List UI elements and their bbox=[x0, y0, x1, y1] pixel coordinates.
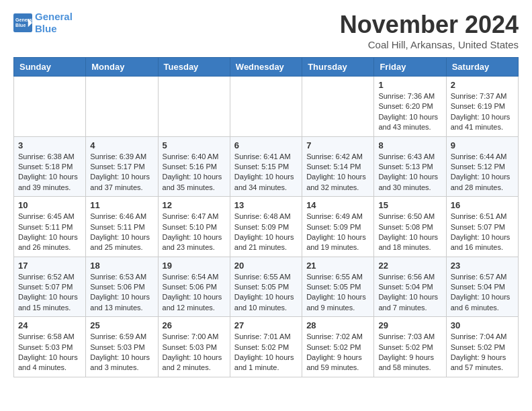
day-info: Sunrise: 6:55 AM Sunset: 5:05 PM Dayligh… bbox=[234, 272, 298, 314]
day-info: Sunrise: 6:41 AM Sunset: 5:15 PM Dayligh… bbox=[234, 152, 298, 193]
day-number: 9 bbox=[451, 140, 514, 150]
page-header: General Blue General Blue November 2024 … bbox=[13, 11, 519, 50]
day-info: Sunrise: 7:00 AM Sunset: 5:03 PM Dayligh… bbox=[163, 332, 226, 373]
calendar-week-row: 1Sunrise: 7:36 AM Sunset: 6:20 PM Daylig… bbox=[14, 77, 519, 137]
calendar-cell: 11Sunrise: 6:46 AM Sunset: 5:11 PM Dayli… bbox=[86, 197, 158, 257]
calendar-cell: 2Sunrise: 7:37 AM Sunset: 6:19 PM Daylig… bbox=[446, 77, 518, 137]
title-area: November 2024 Coal Hill, Arkansas, Unite… bbox=[340, 11, 519, 50]
calendar-cell: 16Sunrise: 6:51 AM Sunset: 5:07 PM Dayli… bbox=[446, 197, 518, 257]
day-number: 10 bbox=[18, 200, 81, 210]
calendar-cell: 25Sunrise: 6:59 AM Sunset: 5:03 PM Dayli… bbox=[86, 317, 158, 377]
calendar-cell: 14Sunrise: 6:49 AM Sunset: 5:09 PM Dayli… bbox=[302, 197, 374, 257]
calendar-cell: 12Sunrise: 6:47 AM Sunset: 5:10 PM Dayli… bbox=[158, 197, 230, 257]
calendar-cell: 6Sunrise: 6:41 AM Sunset: 5:15 PM Daylig… bbox=[230, 136, 302, 197]
weekday-header: Sunday bbox=[14, 58, 86, 77]
calendar-week-row: 10Sunrise: 6:45 AM Sunset: 5:11 PM Dayli… bbox=[14, 197, 519, 257]
day-number: 19 bbox=[163, 261, 226, 271]
calendar-cell bbox=[302, 77, 374, 137]
day-number: 24 bbox=[18, 320, 81, 330]
day-info: Sunrise: 6:59 AM Sunset: 5:03 PM Dayligh… bbox=[90, 332, 153, 373]
calendar-table: SundayMondayTuesdayWednesdayThursdayFrid… bbox=[13, 57, 519, 377]
calendar-cell: 1Sunrise: 7:36 AM Sunset: 6:20 PM Daylig… bbox=[374, 77, 446, 137]
day-number: 15 bbox=[378, 200, 441, 210]
day-number: 11 bbox=[90, 200, 153, 210]
day-number: 27 bbox=[234, 320, 298, 330]
day-info: Sunrise: 6:58 AM Sunset: 5:03 PM Dayligh… bbox=[18, 332, 81, 373]
logo-icon: General Blue bbox=[13, 13, 32, 32]
day-info: Sunrise: 6:55 AM Sunset: 5:05 PM Dayligh… bbox=[306, 272, 369, 314]
day-number: 12 bbox=[163, 200, 226, 210]
calendar-cell: 5Sunrise: 6:40 AM Sunset: 5:16 PM Daylig… bbox=[158, 136, 230, 197]
calendar-cell: 20Sunrise: 6:55 AM Sunset: 5:05 PM Dayli… bbox=[230, 257, 302, 317]
day-info: Sunrise: 6:54 AM Sunset: 5:06 PM Dayligh… bbox=[163, 272, 226, 314]
weekday-header: Thursday bbox=[302, 58, 374, 77]
calendar-cell bbox=[158, 77, 230, 137]
calendar-cell bbox=[14, 77, 86, 137]
day-number: 14 bbox=[306, 200, 369, 210]
calendar-week-row: 24Sunrise: 6:58 AM Sunset: 5:03 PM Dayli… bbox=[14, 317, 519, 377]
calendar-cell: 13Sunrise: 6:48 AM Sunset: 5:09 PM Dayli… bbox=[230, 197, 302, 257]
calendar-cell: 24Sunrise: 6:58 AM Sunset: 5:03 PM Dayli… bbox=[14, 317, 86, 377]
calendar-cell: 8Sunrise: 6:43 AM Sunset: 5:13 PM Daylig… bbox=[374, 136, 446, 197]
logo: General Blue General Blue bbox=[13, 11, 73, 35]
day-number: 3 bbox=[18, 140, 81, 150]
day-info: Sunrise: 6:45 AM Sunset: 5:11 PM Dayligh… bbox=[18, 212, 81, 253]
day-number: 25 bbox=[90, 320, 153, 330]
day-number: 29 bbox=[378, 320, 441, 330]
day-info: Sunrise: 7:36 AM Sunset: 6:20 PM Dayligh… bbox=[378, 91, 441, 133]
calendar-cell: 19Sunrise: 6:54 AM Sunset: 5:06 PM Dayli… bbox=[158, 257, 230, 317]
day-number: 1 bbox=[378, 80, 441, 90]
day-number: 2 bbox=[451, 80, 514, 90]
day-info: Sunrise: 7:37 AM Sunset: 6:19 PM Dayligh… bbox=[451, 91, 514, 133]
calendar-cell: 17Sunrise: 6:52 AM Sunset: 5:07 PM Dayli… bbox=[14, 257, 86, 317]
day-number: 21 bbox=[306, 261, 369, 271]
calendar-cell: 27Sunrise: 7:01 AM Sunset: 5:02 PM Dayli… bbox=[230, 317, 302, 377]
calendar-week-row: 3Sunrise: 6:38 AM Sunset: 5:18 PM Daylig… bbox=[14, 136, 519, 197]
calendar-cell: 29Sunrise: 7:03 AM Sunset: 5:02 PM Dayli… bbox=[374, 317, 446, 377]
svg-text:Blue: Blue bbox=[15, 23, 26, 28]
day-info: Sunrise: 6:38 AM Sunset: 5:18 PM Dayligh… bbox=[18, 152, 81, 193]
month-title: November 2024 bbox=[340, 11, 519, 39]
day-info: Sunrise: 6:47 AM Sunset: 5:10 PM Dayligh… bbox=[163, 212, 226, 253]
calendar-cell: 10Sunrise: 6:45 AM Sunset: 5:11 PM Dayli… bbox=[14, 197, 86, 257]
day-info: Sunrise: 6:51 AM Sunset: 5:07 PM Dayligh… bbox=[451, 212, 514, 253]
day-info: Sunrise: 6:40 AM Sunset: 5:16 PM Dayligh… bbox=[163, 152, 226, 193]
day-number: 28 bbox=[306, 320, 369, 330]
calendar-cell: 15Sunrise: 6:50 AM Sunset: 5:08 PM Dayli… bbox=[374, 197, 446, 257]
day-number: 20 bbox=[234, 261, 298, 271]
day-info: Sunrise: 6:57 AM Sunset: 5:04 PM Dayligh… bbox=[451, 272, 514, 314]
day-info: Sunrise: 6:49 AM Sunset: 5:09 PM Dayligh… bbox=[306, 212, 369, 253]
weekday-header: Friday bbox=[374, 58, 446, 77]
weekday-header: Monday bbox=[86, 58, 158, 77]
calendar-cell: 9Sunrise: 6:44 AM Sunset: 5:12 PM Daylig… bbox=[446, 136, 518, 197]
day-info: Sunrise: 6:43 AM Sunset: 5:13 PM Dayligh… bbox=[378, 152, 441, 193]
day-number: 17 bbox=[18, 261, 81, 271]
day-number: 30 bbox=[451, 320, 514, 330]
day-info: Sunrise: 7:01 AM Sunset: 5:02 PM Dayligh… bbox=[234, 332, 298, 373]
day-number: 23 bbox=[451, 261, 514, 271]
day-info: Sunrise: 7:02 AM Sunset: 5:02 PM Dayligh… bbox=[306, 332, 369, 373]
day-number: 16 bbox=[451, 200, 514, 210]
calendar-week-row: 17Sunrise: 6:52 AM Sunset: 5:07 PM Dayli… bbox=[14, 257, 519, 317]
calendar-cell: 3Sunrise: 6:38 AM Sunset: 5:18 PM Daylig… bbox=[14, 136, 86, 197]
calendar-cell: 22Sunrise: 6:56 AM Sunset: 5:04 PM Dayli… bbox=[374, 257, 446, 317]
calendar-cell bbox=[86, 77, 158, 137]
calendar-cell bbox=[230, 77, 302, 137]
day-info: Sunrise: 6:42 AM Sunset: 5:14 PM Dayligh… bbox=[306, 152, 369, 193]
calendar-cell: 18Sunrise: 6:53 AM Sunset: 5:06 PM Dayli… bbox=[86, 257, 158, 317]
day-number: 22 bbox=[378, 261, 441, 271]
day-number: 8 bbox=[378, 140, 441, 150]
day-info: Sunrise: 7:04 AM Sunset: 5:02 PM Dayligh… bbox=[451, 332, 514, 373]
day-info: Sunrise: 6:50 AM Sunset: 5:08 PM Dayligh… bbox=[378, 212, 441, 253]
day-info: Sunrise: 6:39 AM Sunset: 5:17 PM Dayligh… bbox=[90, 152, 153, 193]
day-info: Sunrise: 6:53 AM Sunset: 5:06 PM Dayligh… bbox=[90, 272, 153, 314]
logo-text: General Blue bbox=[35, 11, 73, 35]
calendar-cell: 21Sunrise: 6:55 AM Sunset: 5:05 PM Dayli… bbox=[302, 257, 374, 317]
calendar-cell: 4Sunrise: 6:39 AM Sunset: 5:17 PM Daylig… bbox=[86, 136, 158, 197]
calendar-cell: 23Sunrise: 6:57 AM Sunset: 5:04 PM Dayli… bbox=[446, 257, 518, 317]
day-number: 4 bbox=[90, 140, 153, 150]
weekday-header: Tuesday bbox=[158, 58, 230, 77]
calendar-cell: 26Sunrise: 7:00 AM Sunset: 5:03 PM Dayli… bbox=[158, 317, 230, 377]
day-number: 6 bbox=[234, 140, 298, 150]
day-info: Sunrise: 7:03 AM Sunset: 5:02 PM Dayligh… bbox=[378, 332, 441, 373]
